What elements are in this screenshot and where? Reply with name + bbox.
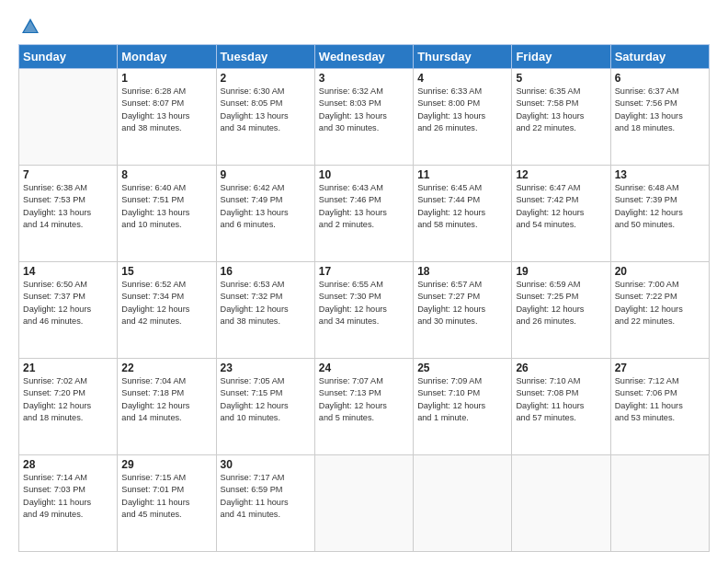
- day-number: 22: [121, 362, 211, 374]
- calendar-cell: 13Sunrise: 6:48 AMSunset: 7:39 PMDayligh…: [610, 166, 709, 262]
- calendar-cell: 24Sunrise: 7:07 AMSunset: 7:13 PMDayligh…: [314, 359, 413, 455]
- col-header-saturday: Saturday: [610, 45, 709, 69]
- day-number: 13: [615, 168, 705, 181]
- day-info: Sunrise: 6:32 AMSunset: 8:03 PMDaylight:…: [319, 86, 409, 134]
- day-info: Sunrise: 6:38 AMSunset: 7:53 PMDaylight:…: [23, 182, 113, 231]
- day-number: 5: [516, 72, 606, 85]
- day-info: Sunrise: 6:35 AMSunset: 7:58 PMDaylight:…: [516, 86, 606, 134]
- day-number: 26: [516, 362, 606, 374]
- day-info: Sunrise: 7:02 AMSunset: 7:20 PMDaylight:…: [23, 375, 113, 424]
- calendar-cell: 20Sunrise: 7:00 AMSunset: 7:22 PMDayligh…: [610, 262, 709, 359]
- day-info: Sunrise: 6:48 AMSunset: 7:39 PMDaylight:…: [615, 182, 705, 231]
- day-info: Sunrise: 7:00 AMSunset: 7:22 PMDaylight:…: [615, 279, 705, 327]
- day-info: Sunrise: 6:45 AMSunset: 7:44 PMDaylight:…: [417, 182, 507, 231]
- calendar-cell: [19, 69, 118, 166]
- calendar-cell: 4Sunrise: 6:33 AMSunset: 8:00 PMDaylight…: [414, 69, 512, 166]
- calendar-cell: 26Sunrise: 7:10 AMSunset: 7:08 PMDayligh…: [512, 359, 610, 455]
- day-number: 4: [417, 72, 507, 85]
- calendar-cell: 9Sunrise: 6:42 AMSunset: 7:49 PMDaylight…: [216, 166, 314, 262]
- day-number: 28: [23, 458, 113, 471]
- calendar-cell: [414, 455, 512, 552]
- day-number: 18: [417, 265, 507, 278]
- day-number: 19: [516, 265, 606, 278]
- week-row-2: 7Sunrise: 6:38 AMSunset: 7:53 PMDaylight…: [19, 166, 710, 262]
- day-number: 2: [221, 72, 311, 85]
- logo: [18, 17, 40, 37]
- day-number: 29: [121, 458, 211, 471]
- calendar-cell: 19Sunrise: 6:59 AMSunset: 7:25 PMDayligh…: [512, 262, 610, 359]
- calendar-cell: 29Sunrise: 7:15 AMSunset: 7:01 PMDayligh…: [118, 455, 216, 552]
- week-row-4: 21Sunrise: 7:02 AMSunset: 7:20 PMDayligh…: [19, 359, 710, 455]
- day-info: Sunrise: 6:57 AMSunset: 7:27 PMDaylight:…: [417, 279, 507, 327]
- day-number: 27: [615, 362, 705, 374]
- calendar-cell: 14Sunrise: 6:50 AMSunset: 7:37 PMDayligh…: [19, 262, 118, 359]
- day-info: Sunrise: 7:09 AMSunset: 7:10 PMDaylight:…: [417, 375, 507, 424]
- day-info: Sunrise: 6:50 AMSunset: 7:37 PMDaylight:…: [23, 279, 113, 327]
- calendar-cell: 3Sunrise: 6:32 AMSunset: 8:03 PMDaylight…: [314, 69, 413, 166]
- header-row: SundayMondayTuesdayWednesdayThursdayFrid…: [19, 45, 710, 69]
- day-info: Sunrise: 6:40 AMSunset: 7:51 PMDaylight:…: [121, 182, 211, 231]
- calendar-cell: 8Sunrise: 6:40 AMSunset: 7:51 PMDaylight…: [118, 166, 216, 262]
- day-info: Sunrise: 6:28 AMSunset: 8:07 PMDaylight:…: [121, 86, 211, 134]
- calendar-cell: 22Sunrise: 7:04 AMSunset: 7:18 PMDayligh…: [118, 359, 216, 455]
- week-row-3: 14Sunrise: 6:50 AMSunset: 7:37 PMDayligh…: [19, 262, 710, 359]
- day-number: 14: [23, 265, 113, 278]
- col-header-sunday: Sunday: [19, 45, 118, 69]
- calendar-table: SundayMondayTuesdayWednesdayThursdayFrid…: [18, 44, 710, 552]
- day-number: 10: [319, 168, 409, 181]
- day-info: Sunrise: 6:59 AMSunset: 7:25 PMDaylight:…: [516, 279, 606, 327]
- day-number: 12: [516, 168, 606, 181]
- calendar-cell: [610, 455, 709, 552]
- day-number: 21: [23, 362, 113, 374]
- day-number: 20: [615, 265, 705, 278]
- calendar-cell: 25Sunrise: 7:09 AMSunset: 7:10 PMDayligh…: [414, 359, 512, 455]
- day-info: Sunrise: 7:14 AMSunset: 7:03 PMDaylight:…: [23, 472, 113, 521]
- calendar-cell: 30Sunrise: 7:17 AMSunset: 6:59 PMDayligh…: [216, 455, 314, 552]
- calendar-cell: 27Sunrise: 7:12 AMSunset: 7:06 PMDayligh…: [610, 359, 709, 455]
- day-number: 8: [121, 168, 211, 181]
- logo-icon: [20, 17, 40, 37]
- calendar-cell: 1Sunrise: 6:28 AMSunset: 8:07 PMDaylight…: [118, 69, 216, 166]
- calendar-cell: 12Sunrise: 6:47 AMSunset: 7:42 PMDayligh…: [512, 166, 610, 262]
- day-number: 23: [221, 362, 311, 374]
- day-info: Sunrise: 7:12 AMSunset: 7:06 PMDaylight:…: [615, 375, 705, 424]
- day-info: Sunrise: 6:43 AMSunset: 7:46 PMDaylight:…: [319, 182, 409, 231]
- calendar-cell: 11Sunrise: 6:45 AMSunset: 7:44 PMDayligh…: [414, 166, 512, 262]
- page: SundayMondayTuesdayWednesdayThursdayFrid…: [0, 0, 728, 563]
- calendar-cell: 18Sunrise: 6:57 AMSunset: 7:27 PMDayligh…: [414, 262, 512, 359]
- day-number: 25: [417, 362, 507, 374]
- day-number: 17: [319, 265, 409, 278]
- col-header-tuesday: Tuesday: [216, 45, 314, 69]
- calendar-cell: [512, 455, 610, 552]
- day-number: 1: [121, 72, 211, 85]
- calendar-cell: 17Sunrise: 6:55 AMSunset: 7:30 PMDayligh…: [314, 262, 413, 359]
- day-info: Sunrise: 7:15 AMSunset: 7:01 PMDaylight:…: [121, 472, 211, 521]
- col-header-friday: Friday: [512, 45, 610, 69]
- day-info: Sunrise: 6:55 AMSunset: 7:30 PMDaylight:…: [319, 279, 409, 327]
- col-header-monday: Monday: [118, 45, 216, 69]
- calendar-cell: 21Sunrise: 7:02 AMSunset: 7:20 PMDayligh…: [19, 359, 118, 455]
- day-number: 6: [615, 72, 705, 85]
- calendar-cell: 2Sunrise: 6:30 AMSunset: 8:05 PMDaylight…: [216, 69, 314, 166]
- day-info: Sunrise: 6:42 AMSunset: 7:49 PMDaylight:…: [221, 182, 311, 231]
- col-header-thursday: Thursday: [414, 45, 512, 69]
- day-number: 7: [23, 168, 113, 181]
- day-number: 30: [221, 458, 311, 471]
- day-info: Sunrise: 6:47 AMSunset: 7:42 PMDaylight:…: [516, 182, 606, 231]
- day-number: 11: [417, 168, 507, 181]
- day-info: Sunrise: 7:05 AMSunset: 7:15 PMDaylight:…: [221, 375, 311, 424]
- calendar-cell: 10Sunrise: 6:43 AMSunset: 7:46 PMDayligh…: [314, 166, 413, 262]
- day-info: Sunrise: 7:10 AMSunset: 7:08 PMDaylight:…: [516, 375, 606, 424]
- calendar-cell: [314, 455, 413, 552]
- day-info: Sunrise: 6:30 AMSunset: 8:05 PMDaylight:…: [221, 86, 311, 134]
- day-info: Sunrise: 6:53 AMSunset: 7:32 PMDaylight:…: [221, 279, 311, 327]
- day-number: 15: [121, 265, 211, 278]
- calendar-cell: 16Sunrise: 6:53 AMSunset: 7:32 PMDayligh…: [216, 262, 314, 359]
- day-info: Sunrise: 7:17 AMSunset: 6:59 PMDaylight:…: [221, 472, 311, 521]
- day-number: 9: [221, 168, 311, 181]
- day-info: Sunrise: 7:07 AMSunset: 7:13 PMDaylight:…: [319, 375, 409, 424]
- day-info: Sunrise: 7:04 AMSunset: 7:18 PMDaylight:…: [121, 375, 211, 424]
- day-info: Sunrise: 6:52 AMSunset: 7:34 PMDaylight:…: [121, 279, 211, 327]
- calendar-cell: 15Sunrise: 6:52 AMSunset: 7:34 PMDayligh…: [118, 262, 216, 359]
- calendar-cell: 7Sunrise: 6:38 AMSunset: 7:53 PMDaylight…: [19, 166, 118, 262]
